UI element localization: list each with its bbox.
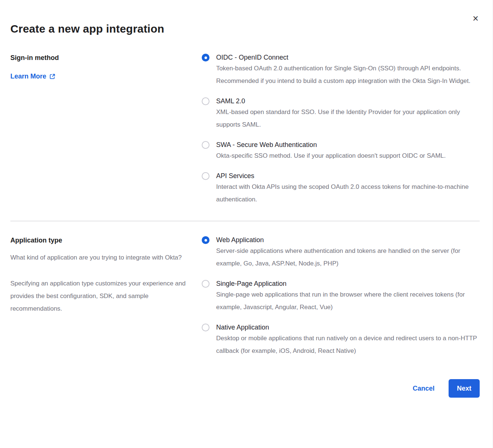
signin-option-saml[interactable]: SAML 2.0 XML-based open standard for SSO… [202,97,480,131]
option-label: API Services [216,172,480,180]
radio-button-native-application[interactable] [202,324,209,331]
option-label: Web Application [216,236,480,244]
next-button[interactable]: Next [449,379,480,398]
option-label: Single-Page Application [216,280,480,288]
option-label: SAML 2.0 [216,97,480,106]
section-divider [10,221,480,221]
application-type-heading: Application type [10,236,194,245]
option-label: SWA - Secure Web Authentication [216,141,446,149]
radio-button-saml[interactable] [202,97,209,105]
option-description: Interact with Okta APIs using the scoped… [216,181,480,206]
signin-method-section: Sign-in method Learn More OIDC - OpenID … [10,53,480,206]
apptype-option-web[interactable]: Web Application Server-side applications… [202,236,480,270]
option-description: Single-page web applications that run in… [216,288,480,314]
signin-option-swa[interactable]: SWA - Secure Web Authentication Okta-spe… [202,141,480,162]
radio-button-api-services[interactable] [202,172,209,180]
radio-button-oidc[interactable] [202,54,209,61]
create-app-integration-dialog: Create a new app integration Sign-in met… [0,0,493,398]
signin-option-api-services[interactable]: API Services Interact with Okta APIs usi… [202,172,480,206]
application-type-help-text: Specifying an application type customize… [10,277,188,315]
radio-button-single-page-application[interactable] [202,280,209,288]
option-label: Native Application [216,323,480,332]
signin-method-heading: Sign-in method [10,53,194,62]
option-description: Okta-specific SSO method. Use if your ap… [216,150,446,162]
page-title: Create a new app integration [10,21,480,36]
apptype-option-spa[interactable]: Single-Page Application Single-page web … [202,280,480,314]
option-description: Desktop or mobile applications that run … [216,332,480,357]
option-description: Server-side applications where authentic… [216,245,480,270]
external-link-icon [49,73,56,80]
option-label: OIDC - OpenID Connect [216,53,480,62]
option-description: XML-based open standard for SSO. Use if … [216,106,480,131]
learn-more-link[interactable]: Learn More [10,72,56,81]
close-icon[interactable]: × [470,13,481,24]
radio-button-swa[interactable] [202,141,209,149]
application-type-question: What kind of application are you trying … [10,251,188,264]
cancel-button[interactable]: Cancel [413,385,435,392]
apptype-option-native[interactable]: Native Application Desktop or mobile app… [202,323,480,357]
signin-option-oidc[interactable]: OIDC - OpenID Connect Token-based OAuth … [202,53,480,87]
option-description: Token-based OAuth 2.0 authentication for… [216,62,480,87]
radio-button-web-application[interactable] [202,236,209,244]
dialog-footer: Cancel Next [10,379,480,398]
learn-more-label: Learn More [10,72,46,81]
application-type-section: Application type What kind of applicatio… [10,236,480,357]
